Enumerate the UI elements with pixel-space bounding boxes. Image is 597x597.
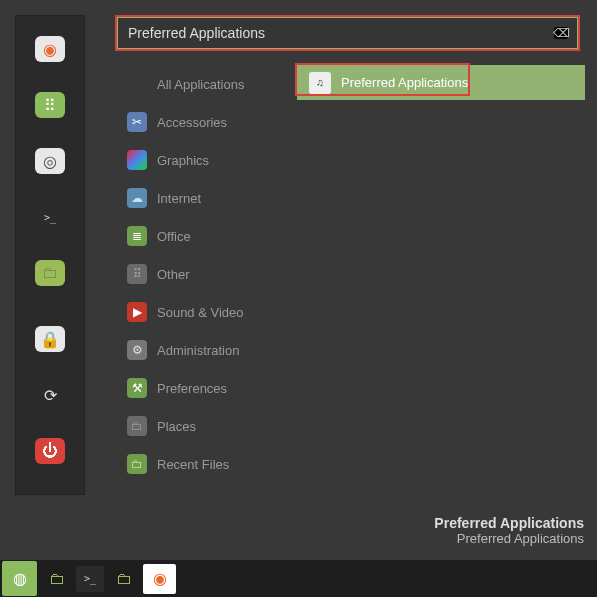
category-label: Internet (157, 191, 201, 206)
clear-icon[interactable]: ⌫ (554, 27, 568, 39)
category-other[interactable]: ⠿Other (115, 255, 295, 293)
all-applications-icon (127, 74, 147, 94)
logout-icon[interactable]: ⟳ (35, 382, 65, 408)
category-label: Recent Files (157, 457, 229, 472)
category-recent-files[interactable]: 🗀Recent Files (115, 445, 295, 483)
category-label: Graphics (157, 153, 209, 168)
lock-icon[interactable]: 🔒 (35, 326, 65, 352)
settings-icon[interactable]: ◎ (35, 148, 65, 174)
accessories-icon: ✂ (127, 112, 147, 132)
administration-icon: ⚙ (127, 340, 147, 360)
category-label: Places (157, 419, 196, 434)
menu-icon[interactable]: ◍ (2, 561, 37, 596)
category-label: Sound & Video (157, 305, 244, 320)
tooltip-desc: Preferred Applications (434, 531, 584, 546)
category-label: Other (157, 267, 190, 282)
category-preferences[interactable]: ⚒Preferences (115, 369, 295, 407)
category-office[interactable]: ≣Office (115, 217, 295, 255)
filemanager-icon[interactable]: 🗀 (40, 564, 73, 594)
category-accessories[interactable]: ✂Accessories (115, 103, 295, 141)
category-sound-video[interactable]: ▶Sound & Video (115, 293, 295, 331)
filemanager2-icon[interactable]: 🗀 (107, 564, 140, 594)
other-icon: ⠿ (127, 264, 147, 284)
sound-video-icon: ▶ (127, 302, 147, 322)
category-label: Accessories (157, 115, 227, 130)
terminal-icon[interactable]: >_ (35, 204, 65, 230)
graphics-icon (127, 150, 147, 170)
tooltip-title: Preferred Applications (434, 515, 584, 531)
chrome-icon[interactable]: ◉ (143, 564, 176, 594)
category-label: Office (157, 229, 191, 244)
internet-icon: ☁ (127, 188, 147, 208)
category-internet[interactable]: ☁Internet (115, 179, 295, 217)
places-icon: 🗀 (127, 416, 147, 436)
recent-files-icon: 🗀 (127, 454, 147, 474)
preferences-icon: ⚒ (127, 378, 147, 398)
preferred-apps-icon: ♫ (309, 72, 331, 94)
category-places[interactable]: 🗀Places (115, 407, 295, 445)
result-preferred-applications[interactable]: ♫Preferred Applications (297, 65, 585, 100)
search-input[interactable] (117, 17, 578, 49)
categories-list: All Applications✂AccessoriesGraphics☁Int… (115, 65, 295, 483)
results-list: ♫Preferred Applications (295, 65, 585, 483)
menu-main: ⌫ All Applications✂AccessoriesGraphics☁I… (115, 15, 585, 483)
category-label: Preferences (157, 381, 227, 396)
files-icon[interactable]: 🗀 (35, 260, 65, 286)
messaging-icon[interactable]: ⠿ (35, 92, 65, 118)
category-administration[interactable]: ⚙Administration (115, 331, 295, 369)
office-icon: ≣ (127, 226, 147, 246)
firefox-icon[interactable]: ◉ (35, 36, 65, 62)
category-graphics[interactable]: Graphics (115, 141, 295, 179)
result-label: Preferred Applications (341, 75, 468, 90)
category-all-applications[interactable]: All Applications (115, 65, 295, 103)
app-tooltip: Preferred Applications Preferred Applica… (434, 515, 584, 546)
taskbar: ◍🗀>_🗀◉ (0, 560, 597, 597)
category-label: Administration (157, 343, 239, 358)
favorites-dock: ◉⠿◎>_🗀🔒⟳⏻ (15, 15, 85, 495)
terminal-icon[interactable]: >_ (76, 566, 104, 592)
power-icon[interactable]: ⏻ (35, 438, 65, 464)
search-highlight: ⌫ (115, 15, 580, 51)
category-label: All Applications (157, 77, 244, 92)
